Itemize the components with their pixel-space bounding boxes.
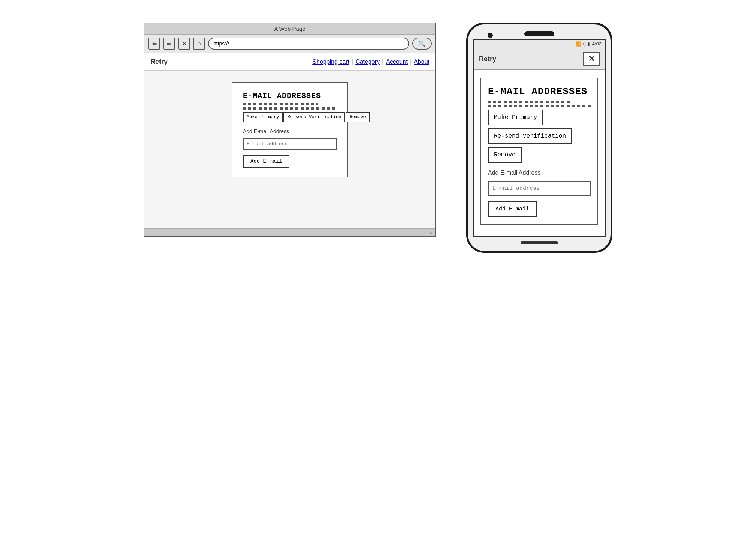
sketch-line-1 [243, 103, 318, 105]
phone-speaker [524, 31, 554, 36]
button-group-inline: Make Primary Re-send Verification Remove [243, 112, 337, 122]
status-icons: 📶 〈〉 ▮ [576, 41, 590, 47]
phone-add-email-button[interactable]: Add E-mail [488, 201, 537, 217]
forward-icon: ⇨ [167, 40, 172, 47]
home-button[interactable]: ⌂ [193, 38, 205, 50]
browser-title: A Web Page [274, 26, 305, 32]
phone-brand: Retry [479, 55, 496, 63]
nav-category[interactable]: Category [356, 59, 380, 65]
phone-sketch-lines [488, 101, 591, 107]
wifi-icon: 📶 [576, 41, 581, 47]
search-button[interactable]: 🔍 [412, 38, 432, 50]
browser-navbar: Retry Shopping cart | Category | Account… [144, 53, 435, 71]
phone-button-stack: Make Primary Re-send Verification Remove [488, 110, 591, 163]
front-camera [488, 33, 493, 38]
add-email-button[interactable]: Add E-mail [243, 155, 290, 168]
nav-links: Shopping cart | Category | Account | Abo… [312, 59, 429, 65]
phone-email-title: E-MAIL ADDRESSES [488, 86, 591, 97]
phone-add-label: Add E-mail Address [488, 170, 591, 176]
phone-outer: 📶 〈〉 ▮ 4:07 Retry ✕ E-MAIL ADDRESSES [466, 23, 612, 253]
search-icon: 🔍 [418, 40, 426, 47]
nav-about[interactable]: About [414, 59, 429, 65]
statusbar-grip: // [430, 230, 432, 235]
phone-content: E-MAIL ADDRESSES Make Primary Re-send Ve… [474, 70, 605, 236]
browser-toolbar: ⇦ ⇨ ✕ ⌂ 🔍 [144, 35, 435, 53]
brand-label: Retry [150, 58, 168, 66]
sketch-line-2 [243, 107, 337, 110]
nav-shopping-cart[interactable]: Shopping cart [312, 59, 350, 65]
browser-statusbar: // [144, 228, 435, 236]
desktop-browser-mockup: A Web Page ⇦ ⇨ ✕ ⌂ 🔍 Retry Shopping cart… [144, 23, 436, 237]
battery-icon: ▮ [587, 41, 590, 47]
nav-sep-1: | [352, 59, 353, 65]
resend-verification-button[interactable]: Re-send Verification [284, 112, 345, 122]
back-icon: ⇦ [152, 40, 157, 47]
phone-statusbar: 📶 〈〉 ▮ 4:07 [474, 40, 605, 48]
sketch-lines [243, 103, 337, 110]
close-x-icon: ✕ [588, 54, 595, 64]
email-card-title: E-MAIL ADDRESSES [243, 92, 337, 100]
email-card: E-MAIL ADDRESSES Make Primary Re-send Ve… [232, 82, 348, 177]
browser-content: E-MAIL ADDRESSES Make Primary Re-send Ve… [144, 71, 435, 228]
phone-email-input[interactable] [488, 181, 591, 196]
home-icon: ⌂ [197, 40, 201, 47]
close-button[interactable]: ✕ [178, 38, 190, 50]
phone-make-primary-button[interactable]: Make Primary [488, 110, 543, 125]
make-primary-button[interactable]: Make Primary [243, 112, 283, 122]
nav-sep-2: | [382, 59, 384, 65]
phone-resend-button[interactable]: Re-send Verification [488, 128, 572, 144]
mobile-mockup: 📶 〈〉 ▮ 4:07 Retry ✕ E-MAIL ADDRESSES [466, 23, 612, 253]
close-icon: ✕ [182, 40, 187, 47]
email-input[interactable] [243, 138, 337, 150]
phone-navbar: Retry ✕ [474, 48, 605, 70]
phone-sketch-line-1 [488, 101, 570, 103]
forward-button[interactable]: ⇨ [163, 38, 175, 50]
phone-email-card: E-MAIL ADDRESSES Make Primary Re-send Ve… [480, 78, 598, 225]
signal-icon: 〈〉 [583, 41, 586, 47]
phone-remove-button[interactable]: Remove [488, 147, 522, 163]
url-bar[interactable] [208, 38, 409, 50]
nav-account[interactable]: Account [386, 59, 408, 65]
remove-button[interactable]: Remove [346, 112, 369, 122]
nav-sep-3: | [410, 59, 411, 65]
back-button[interactable]: ⇦ [148, 38, 160, 50]
browser-titlebar: A Web Page [144, 23, 435, 35]
phone-home-bar [520, 241, 558, 244]
phone-time: 4:07 [592, 41, 601, 47]
phone-close-button[interactable]: ✕ [583, 52, 600, 66]
phone-screen: 📶 〈〉 ▮ 4:07 Retry ✕ E-MAIL ADDRESSES [472, 39, 606, 237]
add-email-label: Add E-mail Address [243, 128, 337, 134]
phone-sketch-line-2 [488, 105, 591, 107]
